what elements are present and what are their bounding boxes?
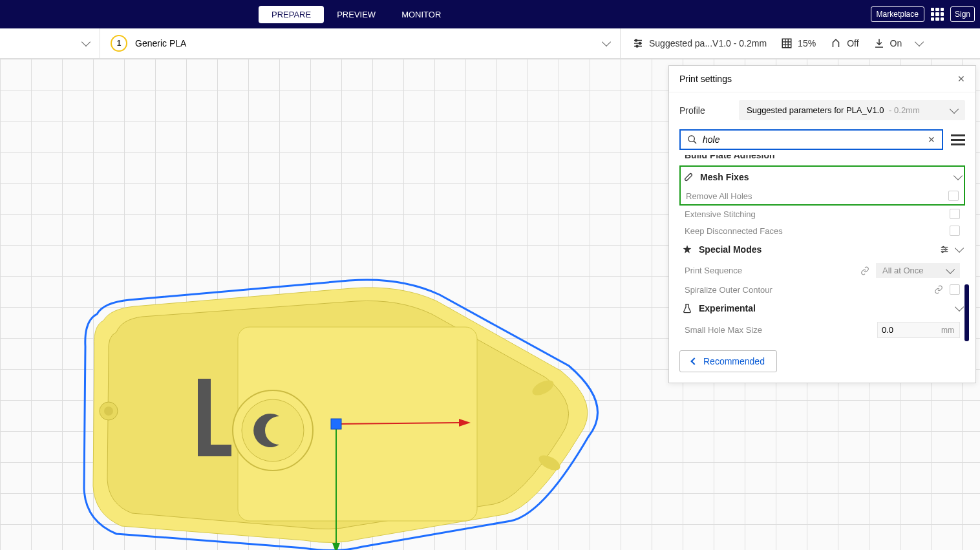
svg-point-26: [945, 249, 946, 250]
extruder-badge: 1: [111, 35, 127, 52]
category-mesh-fixes[interactable]: Mesh Fixes: [681, 167, 964, 187]
model-render: [78, 275, 614, 550]
checkbox[interactable]: [948, 191, 959, 201]
search-input[interactable]: [703, 134, 922, 145]
chevron-down-icon: [915, 37, 924, 47]
settings-list: Build Plate Adhesion Mesh Fixes Remove A…: [679, 155, 965, 341]
flask-icon: [682, 303, 692, 313]
sliders-icon[interactable]: [939, 245, 950, 254]
star-icon: [682, 244, 692, 255]
summary-support: Off: [830, 37, 858, 49]
config-bar: 1 Generic PLA Suggested pa...V1.0 - 0.2m…: [0, 28, 980, 59]
summary-profile: Suggested pa...V1.0 - 0.2mm: [632, 37, 767, 49]
setting-keep-disconnected[interactable]: Keep Disconnected Faces: [679, 222, 965, 239]
setting-print-sequence[interactable]: Print Sequence All at Once: [679, 260, 965, 281]
svg-point-9: [242, 399, 304, 461]
marketplace-button[interactable]: Marketplace: [871, 6, 924, 22]
settings-search[interactable]: ✕: [679, 129, 943, 150]
chevron-down-icon: [953, 171, 963, 180]
svg-point-3: [635, 39, 637, 41]
chevron-down-icon: [955, 244, 964, 253]
panel-title: Print settings: [679, 74, 732, 84]
setting-spiralize[interactable]: Spiralize Outer Contour: [679, 281, 965, 298]
adhesion-icon: [873, 37, 885, 49]
sliders-icon: [632, 37, 644, 49]
tab-prepare[interactable]: PREPARE: [259, 6, 324, 23]
topbar-right: Marketplace Sign: [871, 6, 975, 22]
tab-monitor[interactable]: MONITOR: [389, 6, 454, 23]
svg-point-11: [104, 407, 113, 416]
settings-menu-icon[interactable]: [951, 134, 965, 145]
print-sequence-select[interactable]: All at Once: [876, 263, 960, 278]
checkbox[interactable]: [950, 284, 960, 295]
apps-grid-icon[interactable]: [931, 8, 944, 21]
search-icon: [687, 134, 698, 145]
small-hole-input[interactable]: mm: [877, 322, 960, 338]
print-summary[interactable]: Suggested pa...V1.0 - 0.2mm 15% Off On: [621, 37, 980, 49]
category-build-plate-adhesion[interactable]: Build Plate Adhesion: [685, 155, 965, 164]
chevron-left-icon: [690, 357, 698, 365]
category-experimental[interactable]: Experimental: [679, 298, 965, 319]
summary-adhesion: On: [873, 37, 902, 49]
chevron-down-icon: [602, 37, 611, 47]
setting-small-hole-max-size[interactable]: Small Hole Max Size mm: [679, 319, 965, 341]
infill-icon: [781, 37, 793, 49]
chevron-down-icon: [955, 302, 964, 312]
profile-row: Profile Suggested parameters for PLA_V1.…: [679, 100, 965, 120]
scrollbar-thumb[interactable]: [964, 284, 969, 341]
svg-rect-21: [685, 173, 692, 181]
material-label: Generic PLA: [135, 38, 186, 48]
tab-preview[interactable]: PREVIEW: [324, 6, 389, 23]
checkbox[interactable]: [950, 209, 960, 219]
profile-dropdown[interactable]: Suggested parameters for PLA_V1.0 - 0.2m…: [739, 100, 965, 120]
support-icon: [830, 37, 842, 49]
model-3d[interactable]: [78, 275, 614, 550]
bandage-icon: [683, 172, 694, 182]
svg-point-27: [942, 251, 943, 252]
chevron-down-icon: [946, 264, 955, 273]
panel-header: Print settings ✕: [669, 66, 975, 92]
svg-point-19: [688, 136, 694, 142]
close-icon[interactable]: ✕: [957, 74, 965, 84]
svg-line-20: [694, 141, 696, 143]
mode-tabs: PREPARE PREVIEW MONITOR: [259, 6, 454, 23]
link-icon[interactable]: [860, 266, 869, 275]
svg-point-5: [636, 45, 638, 47]
print-settings-panel: Print settings ✕ Profile Suggested param…: [668, 65, 976, 383]
summary-infill: 15%: [781, 37, 816, 49]
clear-search-icon[interactable]: ✕: [928, 134, 935, 145]
setting-remove-all-holes[interactable]: Remove All Holes: [681, 187, 964, 204]
svg-rect-18: [331, 419, 341, 429]
chevron-down-icon: [81, 37, 91, 47]
top-nav-bar: PREPARE PREVIEW MONITOR Marketplace Sign: [0, 0, 980, 28]
chevron-down-icon: [950, 104, 959, 113]
svg-point-25: [943, 246, 944, 248]
svg-marker-17: [332, 543, 340, 550]
sign-in-button[interactable]: Sign: [950, 6, 975, 22]
svg-rect-6: [782, 39, 791, 48]
link-icon[interactable]: [934, 285, 943, 294]
material-dropdown[interactable]: 1 Generic PLA: [100, 28, 621, 58]
svg-point-4: [639, 43, 641, 45]
checkbox[interactable]: [950, 226, 960, 236]
printer-dropdown[interactable]: [0, 28, 100, 58]
setting-extensive-stitching[interactable]: Extensive Stitching: [679, 206, 965, 222]
recommended-button[interactable]: Recommended: [679, 350, 777, 372]
category-special-modes[interactable]: Special Modes: [679, 239, 965, 260]
profile-label: Profile: [679, 105, 731, 116]
